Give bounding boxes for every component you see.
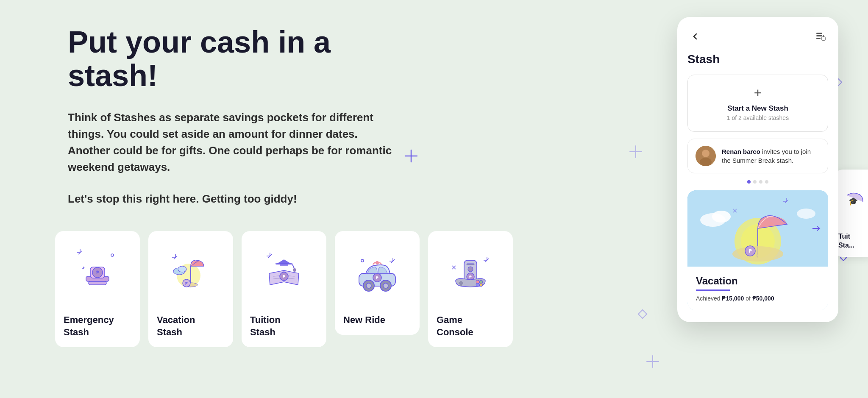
partial-label-line2: Sta... [838, 242, 854, 249]
card-icon-vacation: ₱ [157, 239, 225, 307]
card-label-emergency: Emergency Stash [64, 314, 114, 338]
svg-text:₱: ₱ [96, 270, 99, 275]
card-label-tuition: Tuition Stash [250, 314, 281, 338]
card-label-vacation: Vacation Stash [157, 314, 195, 338]
svg-text:₱: ₱ [185, 281, 188, 286]
svg-point-59 [468, 267, 473, 272]
cards-row: ₱ Emergency Stash [68, 231, 614, 347]
phone-screen-title: Stash [687, 53, 828, 66]
back-button[interactable] [687, 29, 703, 44]
vacation-detail-card[interactable]: ₱ Vacation [687, 190, 828, 310]
svg-rect-79 [822, 37, 825, 40]
dot-1[interactable] [747, 180, 751, 184]
svg-text:₱: ₱ [749, 248, 752, 253]
vacation-card-body: Vacation Achieved ₱15,000 of ₱50,000 [687, 267, 828, 310]
card-gameconsole[interactable]: ₱ Game Console [428, 231, 513, 347]
svg-rect-11 [89, 281, 106, 285]
deco-x-top-bg [628, 144, 643, 163]
svg-point-48 [383, 283, 388, 288]
vacation-achieved-text: Achieved ₱15,000 of ₱50,000 [696, 295, 820, 302]
vacation-card-title: Vacation [696, 275, 820, 287]
svg-marker-29 [275, 259, 292, 264]
card-newride[interactable]: ₱ New Ride [335, 231, 420, 335]
svg-point-88 [712, 211, 731, 223]
card-icon-tuition: ₱ [250, 239, 318, 307]
card-icon-newride: ₱ [343, 239, 411, 307]
dot-2[interactable] [753, 180, 757, 184]
svg-rect-58 [467, 264, 474, 265]
deco-x-mid [403, 148, 419, 165]
list-icon[interactable] [813, 29, 828, 44]
card-emergency[interactable]: ₱ Emergency Stash [55, 231, 140, 347]
svg-point-82 [702, 150, 709, 157]
svg-rect-77 [816, 35, 822, 36]
phone-mockup: Stash + Start a New Stash 1 of 2 availab… [677, 17, 838, 322]
svg-text:🎓: 🎓 [849, 197, 858, 206]
inviter-name: Renan barco [722, 148, 760, 155]
page-description: Think of Stashes as separate savings poc… [68, 109, 398, 175]
card-vacation[interactable]: ₱ Vacation Stash [148, 231, 233, 347]
invite-card[interactable]: Renan barco invites you to join the Summ… [687, 139, 828, 173]
svg-point-20 [178, 266, 186, 272]
svg-point-65 [479, 283, 483, 287]
svg-point-91 [732, 246, 783, 262]
svg-text:₱: ₱ [376, 276, 378, 280]
dot-4[interactable] [765, 180, 768, 184]
svg-point-46 [366, 283, 371, 288]
svg-point-83 [700, 158, 712, 166]
svg-point-6 [111, 254, 114, 256]
new-stash-label: Start a New Stash [727, 104, 788, 113]
left-content: Put your cash in a stash! Think of Stash… [0, 0, 648, 398]
svg-rect-30 [280, 264, 288, 266]
new-stash-card[interactable]: + Start a New Stash 1 of 2 available sta… [687, 75, 828, 132]
svg-point-32 [293, 268, 296, 272]
card-icon-emergency: ₱ [64, 239, 131, 307]
svg-point-40 [361, 259, 364, 262]
svg-marker-70 [638, 310, 647, 318]
svg-rect-78 [816, 38, 821, 39]
carousel-dots [687, 180, 828, 184]
avatar [696, 146, 716, 166]
partial-label-line1: Tuit [838, 233, 850, 240]
new-stash-plus-icon: + [754, 85, 762, 101]
card-tuition[interactable]: ₱ Tuition Stash [242, 231, 326, 347]
page-wrapper: Put your cash in a stash! Think of Stash… [0, 0, 868, 398]
page-title: Put your cash in a stash! [68, 25, 364, 92]
svg-point-89 [797, 209, 815, 219]
card-label-newride: New Ride [343, 314, 385, 326]
invite-text: Renan barco invites you to join the Summ… [722, 147, 820, 165]
svg-rect-76 [816, 33, 822, 34]
vacation-card-image: ₱ [687, 190, 828, 267]
svg-point-64 [476, 283, 479, 287]
svg-point-49 [376, 261, 379, 264]
card-icon-gameconsole: ₱ [437, 239, 504, 307]
svg-text:₱: ₱ [283, 275, 285, 279]
phone-header [687, 29, 828, 44]
vacation-underline [696, 289, 730, 291]
svg-rect-67 [459, 282, 463, 284]
card-label-gameconsole: Game Console [437, 314, 473, 338]
svg-text:₱: ₱ [469, 275, 472, 279]
right-panel: Stash + Start a New Stash 1 of 2 availab… [648, 0, 868, 398]
partial-card-right: 🎓 Tuit Sta... [834, 170, 868, 257]
deco-diamond-mid-bg [637, 309, 648, 322]
dot-3[interactable] [759, 180, 762, 184]
page-tagline: Let's stop this right here. Getting too … [68, 192, 614, 206]
new-stash-sublabel: 1 of 2 available stashes [727, 114, 789, 121]
